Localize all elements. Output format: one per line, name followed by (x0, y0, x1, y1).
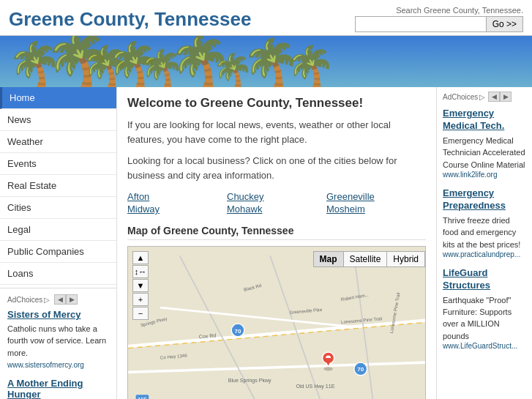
ad-choices-label-left: AdChoices (7, 296, 42, 304)
map-container[interactable]: ▲ ↕↔ ▼ + − Map Satellite Hybrid (127, 246, 426, 399)
map-minus[interactable]: − (132, 307, 149, 320)
sidebar-ad-2: A Mother Ending Hunger New Tools help a … (7, 378, 109, 399)
map-svg: 70 70 11E Cox Rd Blue Springs Pkwy Old U… (128, 247, 425, 399)
sidebar-ad-1-title[interactable]: Sisters of Mercy (7, 309, 109, 320)
right-ad-1: Emergency Medical Tech. Emergency Medica… (443, 108, 526, 179)
sidebar-item-weather[interactable]: Weather (0, 131, 116, 153)
main-layout: Home News Weather Events Real Estate Cit… (0, 87, 532, 399)
sidebar-ad-1: Sisters of Mercy Catholic nuns who take … (7, 309, 109, 369)
right-ad-3-title[interactable]: LifeGuard Structures (443, 267, 526, 292)
sidebar-item-publiccompanies[interactable]: Public Companies (0, 241, 116, 263)
sidebar-ad-2-title[interactable]: A Mother Ending Hunger (7, 378, 109, 399)
right-ad-2: Emergency Preparedness Thrive freeze dri… (443, 187, 526, 258)
sidebar-item-cities[interactable]: Cities (0, 197, 116, 219)
sidebar-ads: AdChoices ▷ ◀ ▶ Sisters of Mercy Catholi… (0, 288, 116, 399)
ad-choices-icon-left: ▷ (44, 296, 50, 304)
sidebar-ad-1-link: www.sistersofmercy.org (7, 361, 109, 369)
palm-icon-9: 🌴 (285, 47, 336, 87)
search-button[interactable]: Go >> (487, 16, 523, 32)
map-plus[interactable]: + (132, 293, 149, 306)
sidebar-item-legal[interactable]: Legal (0, 219, 116, 241)
map-type-satellite[interactable]: Satellite (344, 252, 388, 266)
search-row: Go >> (355, 16, 523, 32)
right-ad-1-text: Emergency Medical Technician Accelerated… (443, 136, 525, 169)
city-link-mosheim[interactable]: Mosheim (326, 204, 426, 215)
map-zoom-out2[interactable]: ▼ (132, 279, 149, 292)
city-link-midway[interactable]: Midway (127, 204, 227, 215)
right-ad-2-title[interactable]: Emergency Preparedness (443, 187, 526, 212)
svg-rect-0 (128, 256, 425, 400)
svg-text:70: 70 (357, 366, 364, 373)
right-ad-choices-icon: ▷ (479, 93, 485, 101)
welcome-text2: Looking for a local business? Click on o… (127, 154, 426, 182)
right-ad-next[interactable]: ▶ (500, 92, 512, 102)
ad-next-left[interactable]: ▶ (66, 294, 78, 305)
city-link-afton[interactable]: Afton (127, 191, 227, 202)
right-ad-prev[interactable]: ◀ (488, 92, 500, 102)
map-type-hybrid[interactable]: Hybrid (387, 252, 424, 266)
site-title: Greene County, Tennessee (9, 8, 251, 31)
map-type-map[interactable]: Map (314, 252, 344, 266)
right-ad-1-link: www.link2life.org (443, 171, 526, 179)
search-area: Search Greene County, Tennessee. Go >> (355, 6, 523, 32)
svg-point-24 (323, 367, 332, 370)
city-link-greeneville[interactable]: Greeneville (326, 191, 426, 202)
map-zoom-in[interactable]: ▲ (132, 251, 149, 264)
svg-text:Blue Springs Pkwy: Blue Springs Pkwy (228, 378, 271, 384)
right-ad-nav: ◀ ▶ (488, 92, 512, 102)
main-content: Welcome to Greene County, Tennessee! If … (117, 87, 437, 399)
welcome-title: Welcome to Greene County, Tennessee! (127, 96, 426, 111)
sidebar-item-realestate[interactable]: Real Estate (0, 175, 116, 197)
welcome-text1: If you are looking for local news, event… (127, 118, 426, 146)
right-ad-1-title[interactable]: Emergency Medical Tech. (443, 108, 526, 133)
map-controls: ▲ ↕↔ ▼ + − (132, 251, 149, 321)
sidebar: Home News Weather Events Real Estate Cit… (0, 87, 117, 399)
city-link-mohawk[interactable]: Mohawk (227, 204, 326, 215)
sidebar-item-loans[interactable]: Loans (0, 263, 116, 285)
ad-nav-left: ◀ ▶ (54, 294, 78, 305)
header: Greene County, Tennessee Search Greene C… (0, 0, 532, 36)
cities-grid: Afton Chuckey Greeneville Midway Mohawk … (127, 191, 426, 215)
sidebar-ad-1-text: Catholic nuns who take a fourth vow of s… (7, 324, 106, 357)
city-link-chuckey[interactable]: Chuckey (227, 191, 326, 202)
right-ad-3-text: Earthquake "Proof" Furniture: Supports o… (443, 296, 512, 340)
banner: 🌴 🌴 🌴 🌴 🌴 🌴 🌴 🌴 🌴 (0, 36, 532, 87)
right-ad-3: LifeGuard Structures Earthquake "Proof" … (443, 267, 526, 350)
right-ad-2-text: Thrive freeze dried food and emergency k… (443, 216, 520, 249)
ad-choices-bar-left: AdChoices ▷ ◀ ▶ (7, 294, 109, 305)
sidebar-item-home[interactable]: Home (0, 87, 116, 109)
map-type-buttons: Map Satellite Hybrid (313, 251, 425, 267)
right-ad-choices: AdChoices ▷ ◀ ▶ (443, 92, 526, 102)
sidebar-item-events[interactable]: Events (0, 153, 116, 175)
right-ad-2-link: www.practicalundprep... (443, 250, 526, 258)
sidebar-item-news[interactable]: News (0, 109, 116, 131)
svg-text:Old US Hwy 11E: Old US Hwy 11E (296, 384, 334, 389)
ad-prev-left[interactable]: ◀ (54, 294, 66, 305)
map-pan[interactable]: ↕↔ (132, 265, 149, 278)
svg-text:70: 70 (235, 328, 241, 335)
search-label: Search Greene County, Tennessee. (396, 6, 523, 15)
right-sidebar: AdChoices ▷ ◀ ▶ Emergency Medical Tech. … (437, 87, 532, 399)
map-title: Map of Greene County, Tennessee (127, 225, 426, 240)
right-ad-choices-label: AdChoices (443, 93, 478, 101)
search-input[interactable] (355, 16, 487, 32)
right-ad-3-link: www.LifeGuardStruct... (443, 342, 526, 350)
